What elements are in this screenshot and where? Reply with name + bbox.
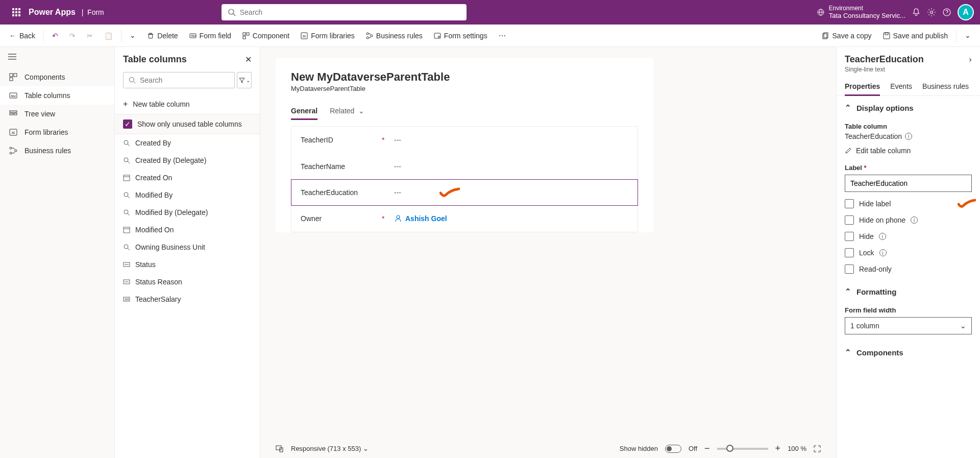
components-icon [9,73,17,81]
close-columns-panel[interactable]: ✕ [245,55,252,64]
waffle-button[interactable] [6,0,27,25]
read-only-row[interactable]: Read-only [845,264,972,274]
help-icon[interactable] [942,8,951,17]
form-section[interactable]: TeacherID * --- TeacherName --- TeacherE… [291,126,638,232]
save-chevron[interactable]: ⌄ [960,28,976,43]
nav-business-rules[interactable]: Business rules [0,141,114,160]
nav-toggle[interactable] [0,47,114,68]
nav-table-columns[interactable]: Abc Table columns [0,86,114,105]
info-icon[interactable]: i [905,133,912,140]
save-publish-button[interactable]: Save and publish [878,29,953,43]
info-icon[interactable]: i [911,216,918,224]
form-canvas[interactable]: New MyDataverseParentTable MyDataversePa… [260,47,836,458]
date-icon [123,226,130,233]
form-settings-button[interactable]: Form settings [429,29,493,43]
tab-business-rules[interactable]: Business rules [922,77,969,95]
user-avatar[interactable]: A [958,4,974,20]
svg-line-40 [134,82,135,83]
hide-label-row[interactable]: Hide label [845,199,972,208]
left-nav: Components Abc Table columns Tree view J… [0,47,115,458]
column-item[interactable]: Created By (Delegate) [115,152,260,169]
column-item[interactable]: Modified On [115,221,260,238]
more-button[interactable]: ⋯ [494,29,511,43]
svg-point-16 [366,37,369,39]
section-formatting[interactable]: ⌃Formatting [837,280,980,301]
save-copy-button[interactable]: Save a copy [817,29,877,43]
column-item[interactable]: 123TeacherSalary [115,291,260,308]
table-column-label: Table column [845,123,972,130]
svg-text:Abc: Abc [191,34,196,37]
nav-form-libraries[interactable]: JS Form libraries [0,123,114,141]
zoom-in-button[interactable]: + [775,443,781,454]
redo-button[interactable]: ↷ [64,29,81,43]
responsive-icon [276,445,284,453]
show-unused-toggle[interactable]: ✓ Show only unused table columns [115,114,260,134]
tab-properties[interactable]: Properties [845,77,880,95]
hide-on-phone-row[interactable]: Hide on phone i [845,215,972,225]
svg-rect-11 [243,36,246,39]
hide-row[interactable]: Hide i [845,232,972,241]
info-icon[interactable]: i [879,233,886,240]
info-icon[interactable]: i [879,249,887,256]
section-display-options[interactable]: ⌃Display options [837,96,980,117]
column-item[interactable]: Modified By (Delegate) [115,204,260,221]
label-input[interactable] [845,175,972,192]
field-teacher-id[interactable]: TeacherID * --- [291,127,638,153]
column-item[interactable]: Status [115,256,260,273]
paste-button[interactable]: 📋 [99,29,118,43]
columns-search-input[interactable] [140,76,229,84]
column-item[interactable]: Created By [115,134,260,152]
edit-table-column-link[interactable]: Edit table column [845,147,972,155]
lookup-icon [123,209,130,216]
filter-icon [239,77,245,83]
props-expand-icon[interactable]: › [969,54,972,65]
back-button[interactable]: ←Back [4,29,40,43]
component-button[interactable]: Component [237,29,295,43]
gear-icon[interactable] [927,8,936,17]
columns-search[interactable] [123,72,235,88]
business-rules-button[interactable]: Business rules [361,29,428,43]
column-item[interactable]: Owning Business Unit [115,238,260,256]
environment-picker[interactable]: Environment Tata Consultancy Servic... [817,5,905,20]
field-teacher-name[interactable]: TeacherName --- [291,153,638,180]
columns-filter[interactable]: ⌄ [237,72,252,88]
form-libraries-button[interactable]: JS Form libraries [296,29,360,43]
field-owner[interactable]: Owner * Ashish Goel [291,205,638,232]
nav-components[interactable]: Components [0,68,114,86]
global-search[interactable] [222,4,467,20]
annotation-checkmark-icon [439,187,460,198]
tab-related[interactable]: Related ⌄ [330,103,364,119]
choice-icon [123,261,130,268]
svg-point-53 [124,245,128,249]
svg-text:JS: JS [302,35,306,38]
cut-button[interactable]: ✂ [82,29,98,43]
toolbar-chevron[interactable]: ⌄ [125,28,141,43]
form-field-width-select[interactable]: 1 column⌄ [845,317,972,334]
props-title: TeacherEducation [845,54,924,65]
new-column-button[interactable]: +New table column [115,94,260,114]
column-item[interactable]: Modified By [115,186,260,204]
svg-rect-10 [247,33,249,35]
column-item[interactable]: Status Reason [115,273,260,291]
section-components[interactable]: ⌃Components [837,341,980,365]
field-teacher-education[interactable]: TeacherEducation --- [291,179,638,206]
zoom-slider[interactable] [717,448,768,450]
show-hidden-switch[interactable] [665,445,681,453]
table-column-value: TeacherEducation [845,132,902,140]
delete-button[interactable]: Delete [142,29,183,43]
column-item[interactable]: Created On [115,169,260,186]
nav-tree-view[interactable]: Tree view [0,105,114,123]
form-field-button[interactable]: Abc Form field [184,29,236,43]
rules-icon [366,32,373,39]
lock-row[interactable]: Lock i [845,248,972,257]
tab-general[interactable]: General [291,103,317,119]
responsive-label[interactable]: Responsive (713 x 553) ⌄ [291,445,369,453]
tab-events[interactable]: Events [890,77,912,95]
undo-button[interactable]: ↶ [47,29,63,43]
svg-point-61 [397,215,400,219]
fit-icon[interactable] [814,445,821,452]
form-field-width-label: Form field width [845,306,972,314]
global-search-input[interactable] [240,8,460,16]
zoom-out-button[interactable]: − [704,443,710,454]
notification-icon[interactable] [912,8,921,17]
